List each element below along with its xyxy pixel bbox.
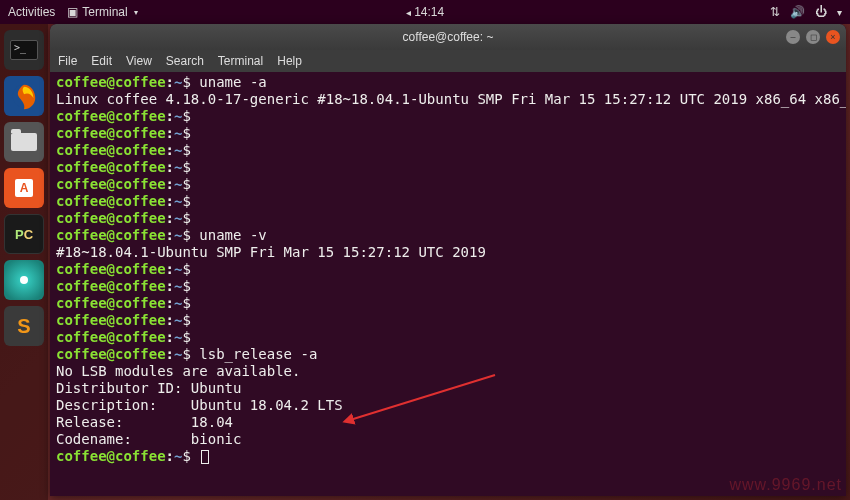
terminal-line: coffee@coffee:~$ <box>56 193 840 210</box>
folder-icon <box>11 133 37 151</box>
atom-icon <box>20 276 28 284</box>
window-title: coffee@coffee: ~ <box>403 30 494 44</box>
terminal-body[interactable]: coffee@coffee:~$ uname -aLinux coffee 4.… <box>50 72 846 496</box>
menu-edit[interactable]: Edit <box>91 54 112 68</box>
terminal-line: coffee@coffee:~$ <box>56 295 840 312</box>
clock[interactable]: ◂ 14:14 <box>406 5 444 19</box>
terminal-line: coffee@coffee:~$ <box>56 142 840 159</box>
terminal-menubar: File Edit View Search Terminal Help <box>50 50 846 72</box>
menu-help[interactable]: Help <box>277 54 302 68</box>
launcher-terminal[interactable] <box>4 30 44 70</box>
cursor <box>201 450 209 464</box>
launcher-software[interactable] <box>4 168 44 208</box>
terminal-icon <box>10 40 38 60</box>
gnome-top-bar: Activities ▣ Terminal ◂ 14:14 ⇅ 🔊 ⏻ ▾ <box>0 0 850 24</box>
sound-icon[interactable]: 🔊 <box>790 5 805 19</box>
terminal-line: coffee@coffee:~$ lsb_release -a <box>56 346 840 363</box>
network-icon[interactable]: ⇅ <box>770 5 780 19</box>
menu-file[interactable]: File <box>58 54 77 68</box>
terminal-line: Distributor ID: Ubuntu <box>56 380 840 397</box>
terminal-line: coffee@coffee:~$ <box>56 125 840 142</box>
menu-terminal[interactable]: Terminal <box>218 54 263 68</box>
terminal-line: Codename: bionic <box>56 431 840 448</box>
terminal-line: coffee@coffee:~$ <box>56 312 840 329</box>
launcher-firefox[interactable] <box>4 76 44 116</box>
terminal-line: coffee@coffee:~$ uname -v <box>56 227 840 244</box>
power-icon[interactable]: ⏻ <box>815 5 827 19</box>
terminal-window: coffee@coffee: ~ – ◻ × File Edit View Se… <box>50 24 846 496</box>
terminal-line: coffee@coffee:~$ <box>56 108 840 125</box>
terminal-line: coffee@coffee:~$ <box>56 210 840 227</box>
launcher-atom[interactable] <box>4 260 44 300</box>
window-close-button[interactable]: × <box>826 30 840 44</box>
clock-time: 14:14 <box>414 5 444 19</box>
terminal-line: coffee@coffee:~$ <box>56 176 840 193</box>
terminal-line: coffee@coffee:~$ uname -a <box>56 74 840 91</box>
launcher-dock: PC S <box>0 24 48 500</box>
terminal-line: coffee@coffee:~$ <box>56 159 840 176</box>
sublime-icon: S <box>17 315 30 338</box>
launcher-files[interactable] <box>4 122 44 162</box>
launcher-sublime[interactable]: S <box>4 306 44 346</box>
watermark: www.9969.net <box>729 476 842 494</box>
app-menu[interactable]: ▣ Terminal <box>67 5 137 19</box>
window-titlebar[interactable]: coffee@coffee: ~ – ◻ × <box>50 24 846 50</box>
terminal-line: coffee@coffee:~$ <box>56 261 840 278</box>
window-minimize-button[interactable]: – <box>786 30 800 44</box>
terminal-line: coffee@coffee:~$ <box>56 278 840 295</box>
app-menu-label: Terminal <box>82 5 127 19</box>
terminal-line: #18~18.04.1-Ubuntu SMP Fri Mar 15 15:27:… <box>56 244 840 261</box>
terminal-line: Linux coffee 4.18.0-17-generic #18~18.04… <box>56 91 840 108</box>
menu-search[interactable]: Search <box>166 54 204 68</box>
terminal-icon: ▣ <box>67 5 78 19</box>
terminal-line: coffee@coffee:~$ <box>56 448 840 465</box>
pycharm-icon: PC <box>15 227 33 242</box>
terminal-line: No LSB modules are available. <box>56 363 840 380</box>
terminal-line: Description: Ubuntu 18.04.2 LTS <box>56 397 840 414</box>
terminal-line: Release: 18.04 <box>56 414 840 431</box>
system-menu-chevron-icon[interactable]: ▾ <box>837 7 842 18</box>
menu-view[interactable]: View <box>126 54 152 68</box>
launcher-pycharm[interactable]: PC <box>4 214 44 254</box>
firefox-icon <box>9 81 39 111</box>
terminal-line: coffee@coffee:~$ <box>56 329 840 346</box>
clock-prev-icon: ◂ <box>406 7 411 18</box>
window-maximize-button[interactable]: ◻ <box>806 30 820 44</box>
activities-button[interactable]: Activities <box>8 5 55 19</box>
software-icon <box>15 179 33 197</box>
